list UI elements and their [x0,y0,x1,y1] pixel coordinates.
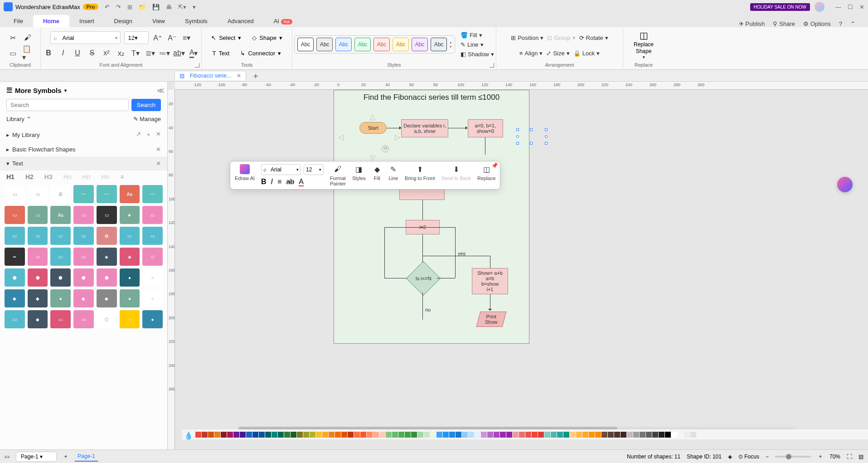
color-swatch[interactable] [386,432,392,438]
float-strike[interactable]: ab [286,178,294,186]
shadow-menu[interactable]: ◧ Shadow ▾ [461,51,494,58]
color-swatch[interactable] [329,432,335,438]
float-fontcolor[interactable]: A [299,178,304,186]
style-preset[interactable]: Abc [354,38,371,51]
color-swatch[interactable] [614,432,620,438]
node-start[interactable]: Start [359,122,387,134]
color-swatch[interactable] [316,432,322,438]
color-swatch[interactable] [456,432,461,438]
color-swatch[interactable] [379,432,385,438]
symbol-thumb[interactable]: ◆ [73,289,94,307]
symbol-thumb[interactable]: ◆ [5,289,25,307]
color-swatch[interactable] [487,432,493,438]
color-swatch[interactable] [652,432,658,438]
color-swatch[interactable] [405,432,411,438]
connect-left-icon[interactable]: ◁ [338,133,344,141]
selection-handle[interactable] [516,142,519,145]
node-print[interactable]: Print Show [476,312,506,327]
color-swatch[interactable] [525,432,531,438]
undo-icon[interactable]: ↶ [105,4,110,10]
color-swatch[interactable] [202,432,208,438]
color-swatch[interactable] [392,432,398,438]
float-bring-front[interactable]: ⬆Bring to Front [405,164,435,181]
color-swatch[interactable] [195,432,201,438]
color-swatch[interactable] [608,432,614,438]
options-button[interactable]: ⚙ Options [803,20,831,27]
symbol-thumb[interactable]: Aa [50,206,71,224]
share-button[interactable]: ⚲ Share [773,20,795,27]
section-basic-flowchart[interactable]: ▸Basic Flowchart Shapes ✕ [0,142,167,156]
symbol-thumb[interactable]: ▭ [50,227,71,245]
strike-icon[interactable]: S [87,48,97,58]
superscript-icon[interactable]: x² [101,48,112,58]
symbol-thumb[interactable]: 〰 [97,185,117,203]
color-swatch[interactable] [398,432,404,438]
symbol-thumb[interactable]: ◆ [28,289,48,307]
page-tab[interactable]: Page-1 [75,452,98,462]
color-swatch[interactable] [354,432,360,438]
menu-advanced[interactable]: Advanced [218,15,264,27]
color-swatch[interactable] [310,432,315,438]
decrease-font-icon[interactable]: A⁻ [167,32,178,43]
symbol-thumb[interactable]: ▭ [5,227,25,245]
list-icon[interactable]: ≔▾ [159,48,170,58]
color-swatch[interactable] [284,432,290,438]
paste-icon[interactable]: 📋▾ [22,48,33,58]
h-item[interactable]: Hn [102,173,110,180]
color-swatch[interactable] [272,432,277,438]
menu-symbols[interactable]: Symbols [175,15,218,27]
color-swatch[interactable] [551,432,557,438]
color-swatch[interactable] [449,432,455,438]
color-swatch[interactable] [468,432,474,438]
font-family-select[interactable]: ⌕ Arial ▾ [50,31,121,44]
color-swatch[interactable] [297,432,303,438]
bold-icon[interactable]: B [43,48,54,58]
underline-icon[interactable]: U [72,48,83,58]
symbol-thumb[interactable]: ✿ [97,227,117,245]
open-lib-icon[interactable]: ↗ [136,131,141,139]
float-send-back[interactable]: ⬇Send to Back [441,164,471,181]
color-swatch[interactable] [303,432,309,438]
style-preset[interactable]: Abc [373,38,390,51]
line-menu[interactable]: ✎ Line ▾ [461,41,494,48]
layers-icon[interactable]: ◈ [728,453,732,460]
menu-design[interactable]: Design [104,15,142,27]
symbol-thumb[interactable]: ○ [142,268,163,287]
color-swatch[interactable] [640,432,645,438]
symbol-thumb[interactable]: ★ [120,206,140,224]
symbol-thumb[interactable]: ▭ [73,310,94,328]
symbol-thumb[interactable]: ▭ [50,310,71,328]
symbol-thumb[interactable]: ◈ [97,248,117,266]
list-item-sym[interactable]: ≡ [120,173,124,180]
add-tab-icon[interactable]: ＋ [252,70,260,81]
style-scroll[interactable]: ▴▾ [450,40,452,49]
color-swatch[interactable] [513,432,519,438]
color-swatch[interactable] [678,432,684,438]
style-preset[interactable]: Abc [412,38,428,51]
symbol-thumb[interactable]: ▭ [73,248,94,266]
node-declare[interactable]: Declare variables i, a,b, show [401,119,448,137]
color-swatch[interactable] [557,432,563,438]
shape-tool[interactable]: ◇ Shape ▾ [248,33,286,43]
style-preset[interactable]: Abc [335,38,352,51]
float-align[interactable]: ≡ [277,178,281,186]
color-swatch[interactable] [576,432,582,438]
symbol-thumb[interactable]: ▭ [28,248,48,266]
float-fill[interactable]: ◆Fill [372,164,382,181]
file-tab[interactable]: ▤ Fibonacci serie... ✕ [175,71,246,80]
symbol-thumb[interactable]: ▭ [5,206,25,224]
color-swatch[interactable] [348,432,354,438]
color-swatch[interactable] [481,432,487,438]
section-text[interactable]: ▾Text ✕ [0,156,167,171]
increase-font-icon[interactable]: A⁺ [152,32,163,43]
copy-icon[interactable]: ▭ [8,48,19,58]
h1-item[interactable]: H1 [6,173,15,180]
color-swatch[interactable] [424,432,430,438]
align-menu[interactable]: ≡ Align ▾ [519,50,543,57]
avatar[interactable] [815,2,824,12]
color-swatch[interactable] [259,432,265,438]
symbol-thumb[interactable]: ⬢ [50,268,71,287]
color-swatch[interactable] [436,432,442,438]
collapse-panel-icon[interactable]: ≪ [157,86,165,95]
color-swatch[interactable] [595,432,601,438]
